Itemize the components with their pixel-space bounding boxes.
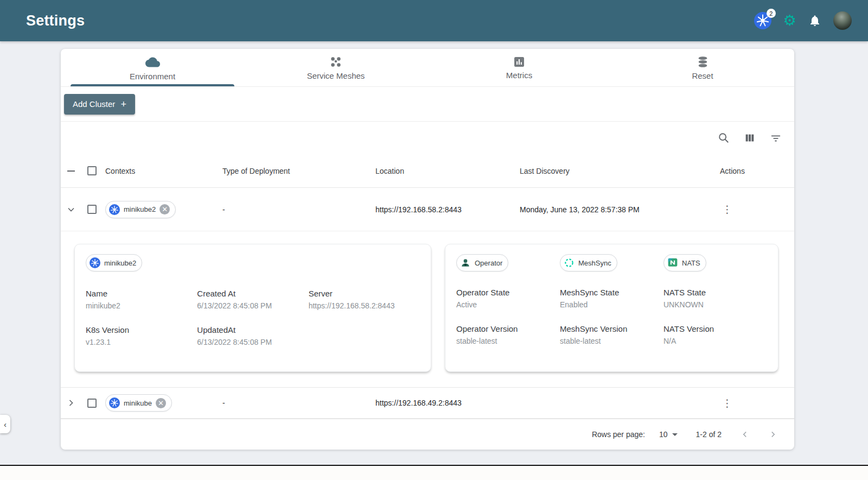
kubernetes-icon: [109, 397, 120, 408]
context-count-badge: 2: [767, 9, 776, 18]
service-mesh-icon: [329, 55, 343, 69]
page-title: Settings: [26, 12, 85, 29]
meshsync-icon: [564, 257, 575, 268]
collapse-row-icon[interactable]: [61, 204, 81, 215]
view-columns-icon[interactable]: [743, 131, 756, 144]
nats-chip-label: NATS: [682, 259, 700, 267]
rows-per-page-value: 10: [659, 430, 668, 439]
last-discovery-cell: Monday, June 13, 2022 8:57:38 PM: [520, 205, 712, 214]
chevron-right-icon: [66, 397, 76, 408]
col-actions: Actions: [712, 167, 794, 175]
chevron-left-icon: [740, 430, 750, 439]
filter-icon[interactable]: [769, 131, 782, 144]
context-chip-minikube[interactable]: minikube ✕: [105, 394, 172, 412]
nats-chip[interactable]: NATS: [663, 254, 706, 271]
kubernetes-contexts-button[interactable]: 2: [754, 12, 771, 29]
field-nats-state: NATS State UNKNOWN: [663, 288, 767, 309]
remove-context-icon[interactable]: ✕: [156, 398, 166, 408]
tab-service-meshes-label: Service Meshes: [307, 71, 365, 80]
kubernetes-icon: [90, 257, 100, 268]
row-checkbox[interactable]: [87, 205, 97, 214]
database-icon: [696, 55, 710, 69]
field-updated-at: UpdatedAt 6/13/2022 8:45:08 PM: [197, 325, 308, 346]
row-checkbox[interactable]: [87, 399, 97, 408]
meshsync-chip-label: MeshSync: [578, 259, 611, 267]
add-cluster-button[interactable]: Add Cluster +: [64, 94, 135, 115]
plus-icon: +: [120, 99, 126, 109]
chevron-right-icon: [768, 430, 778, 439]
detail-context-chip-label: minikube2: [104, 259, 136, 267]
context-chip-label: minikube: [124, 399, 152, 407]
cloud-icon: [145, 55, 160, 70]
tab-reset[interactable]: Reset: [611, 49, 794, 86]
field-name: Name minikube2: [86, 289, 197, 310]
add-cluster-label: Add Cluster: [73, 99, 115, 109]
location-cell: https://192.168.58.2:8443: [375, 205, 520, 214]
cluster-detail-panel: minikube2 Name minikube2 Created At 6/13…: [74, 244, 431, 372]
field-server: Server https://192.168.58.2:8443: [309, 289, 420, 310]
context-chip-minikube2[interactable]: minikube2 ✕: [105, 201, 176, 218]
expand-row-icon[interactable]: [61, 397, 81, 408]
location-cell: https://192.168.49.2:8443: [375, 399, 520, 407]
type-of-deployment-cell: -: [222, 205, 375, 214]
field-operator-state: Operator State Active: [456, 288, 560, 309]
field-meshsync-state: MeshSync State Enabled: [560, 288, 663, 309]
next-page-button[interactable]: [768, 430, 778, 439]
sidebar-expand-handle[interactable]: ‹: [0, 415, 10, 433]
previous-page-button[interactable]: [740, 430, 750, 439]
type-of-deployment-cell: -: [222, 399, 375, 407]
metrics-chart-icon: [513, 55, 526, 68]
tab-environment[interactable]: Environment: [61, 49, 244, 86]
nats-icon: [667, 257, 678, 268]
detail-context-chip[interactable]: minikube2: [86, 254, 142, 271]
chevron-down-icon: [66, 204, 76, 215]
table-row: minikube2 ✕ - https://192.168.58.2:8443 …: [61, 188, 794, 231]
action-bar: Add Cluster +: [61, 87, 794, 122]
field-meshsync-version: MeshSync Version stable-latest: [560, 324, 663, 345]
tab-environment-label: Environment: [130, 72, 175, 81]
settings-tabs: Environment Service Meshes Metrics: [61, 49, 794, 87]
user-avatar[interactable]: [833, 11, 852, 30]
operator-icon: [460, 257, 471, 268]
screen-bottom-strip: [0, 466, 868, 480]
search-icon[interactable]: [717, 131, 730, 144]
table-row: minikube ✕ - https://192.168.49.2:8443 ⋮: [61, 387, 794, 419]
tab-service-meshes[interactable]: Service Meshes: [244, 49, 427, 86]
table-header-row: Contexts Type of Deployment Location Las…: [61, 154, 794, 188]
settings-card: Environment Service Meshes Metrics: [61, 49, 794, 450]
table-toolbar: [61, 122, 794, 154]
row-actions-kebab-icon[interactable]: ⋮: [720, 204, 735, 215]
meshsync-chip[interactable]: MeshSync: [560, 254, 617, 271]
operator-chip[interactable]: Operator: [456, 254, 508, 271]
kubernetes-icon: [109, 204, 120, 215]
field-created-at: Created At 6/13/2022 8:45:08 PM: [197, 289, 308, 310]
tab-metrics[interactable]: Metrics: [427, 49, 611, 86]
collapse-all-icon[interactable]: [61, 170, 81, 172]
operator-chip-label: Operator: [475, 259, 502, 267]
field-operator-version: Operator Version stable-latest: [456, 324, 560, 345]
row-actions-kebab-icon[interactable]: ⋮: [720, 397, 735, 409]
context-chip-label: minikube2: [124, 205, 156, 213]
settings-gear-icon[interactable]: ⚙: [783, 14, 796, 28]
field-k8s-version: K8s Version v1.23.1: [86, 325, 197, 346]
rows-per-page-label: Rows per page:: [592, 430, 645, 439]
expanded-row-detail: minikube2 Name minikube2 Created At 6/13…: [61, 231, 794, 387]
header-actions: 2 ⚙: [754, 11, 852, 30]
rows-per-page-select[interactable]: 10: [659, 430, 678, 439]
operator-detail-panel: Operator MeshSync: [445, 244, 778, 372]
app-header: Settings 2 ⚙: [0, 0, 868, 41]
dropdown-arrow-icon: [672, 433, 678, 436]
active-tab-indicator: [71, 84, 234, 86]
tab-reset-label: Reset: [692, 71, 713, 80]
col-contexts: Contexts: [102, 167, 222, 175]
field-nats-version: NATS Version N/A: [663, 324, 767, 345]
select-all-checkbox[interactable]: [87, 166, 97, 175]
col-location: Location: [375, 167, 520, 175]
col-type-of-deployment: Type of Deployment: [222, 167, 375, 175]
notifications-bell-icon[interactable]: [808, 14, 821, 27]
pagination-range: 1-2 of 2: [696, 430, 722, 439]
remove-context-icon[interactable]: ✕: [159, 204, 170, 214]
tab-metrics-label: Metrics: [506, 71, 532, 80]
pagination-bar: Rows per page: 10 1-2 of 2: [61, 419, 794, 450]
col-last-discovery: Last Discovery: [520, 167, 712, 175]
